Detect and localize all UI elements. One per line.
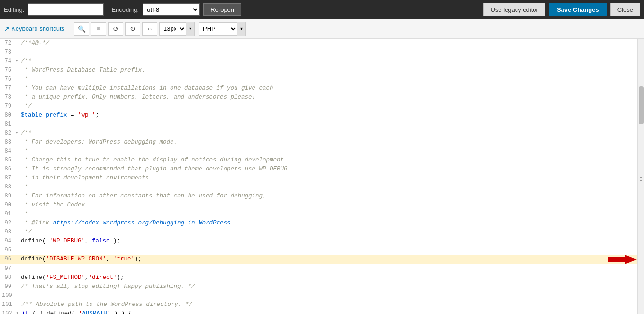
scrollbar-thumb[interactable] — [639, 86, 644, 124]
table-row: 81 — [0, 120, 637, 129]
table-row: 86 * It is strongly recommended that plu… — [0, 165, 637, 174]
table-row: 79 */ — [0, 102, 637, 111]
line-number: 90 — [0, 201, 15, 209]
undo-button[interactable]: ↺ — [108, 22, 123, 36]
table-row: 95 — [0, 246, 637, 255]
line-code: */ — [21, 228, 637, 237]
line-code: /** — [21, 57, 637, 66]
line-code: * For information on other constants tha… — [21, 192, 637, 201]
line-code: * — [21, 210, 637, 219]
keyboard-shortcuts-link[interactable]: ↗ Keyboard shortcuts — [4, 25, 64, 33]
code-editor[interactable]: 72/**#@-*/7374▾/**75 * WordPress Databas… — [0, 39, 637, 314]
line-code: * — [21, 183, 637, 192]
line-code: define('DISABLE_WP_CRON', 'true'); — [21, 255, 605, 264]
line-code: $table_prefix = 'wp_'; — [21, 111, 637, 120]
editing-input[interactable] — [28, 3, 104, 16]
fold-arrow[interactable]: ▾ — [15, 57, 21, 65]
line-code: /** — [21, 129, 637, 138]
line-number: 98 — [0, 273, 15, 282]
reopen-button[interactable]: Re-open — [203, 3, 241, 16]
line-code: * — [21, 147, 637, 156]
line-number: 95 — [0, 246, 15, 254]
line-number: 100 — [0, 291, 16, 300]
line-code: /**#@-*/ — [21, 39, 637, 48]
table-row: 102▾if ( ! defined( 'ABSPATH' ) ) { — [0, 309, 637, 314]
line-number: 94 — [0, 237, 15, 245]
table-row: 93 */ — [0, 228, 637, 237]
encoding-label: Encoding: — [111, 6, 139, 13]
language-dropdown-arrow[interactable]: ▾ — [237, 22, 245, 36]
search-button[interactable]: 🔍 — [74, 22, 89, 36]
table-row: 88 * — [0, 183, 637, 192]
redo-button[interactable]: ↻ — [125, 22, 140, 36]
table-row: 100 — [0, 291, 637, 300]
font-size-dropdown-arrow[interactable]: ▾ — [186, 22, 194, 36]
line-number: 79 — [0, 102, 15, 110]
save-changes-button[interactable]: Save Changes — [549, 3, 607, 16]
line-number: 97 — [0, 264, 15, 273]
svg-marker-0 — [608, 255, 637, 264]
table-row: 75 * WordPress Database Table prefix. — [0, 66, 637, 75]
line-number: 87 — [0, 174, 15, 182]
table-row: 91 * — [0, 210, 637, 219]
wrap-button[interactable]: ↔ — [142, 22, 157, 36]
table-row: 99/* That's all, stop editing! Happy pub… — [0, 282, 637, 291]
encoding-select[interactable]: utf-8 — [143, 3, 200, 16]
table-row: 85 * Change this to true to enable the d… — [0, 156, 637, 165]
line-code: * @link https://codex.wordpress.org/Debu… — [21, 219, 637, 228]
language-control: PHP JavaScript CSS HTML ▾ — [199, 22, 246, 36]
line-number: 78 — [0, 93, 15, 101]
line-number: 86 — [0, 165, 15, 173]
line-number: 101 — [0, 300, 16, 309]
terminal-button[interactable]: ⌨ — [91, 22, 106, 36]
line-number: 73 — [0, 48, 15, 56]
scrollbar-dots — [639, 177, 644, 181]
line-number: 93 — [0, 228, 15, 236]
secondary-toolbar: ↗ Keyboard shortcuts 🔍 ⌨ ↺ ↻ ↔ 13px 11px… — [0, 19, 644, 39]
line-code: * It is strongly recommended that plugin… — [21, 165, 637, 174]
line-code: * WordPress Database Table prefix. — [21, 66, 637, 75]
line-code: /** Absolute path to the WordPress direc… — [22, 300, 637, 309]
table-row: 92 * @link https://codex.wordpress.org/D… — [0, 219, 637, 228]
scrollbar[interactable] — [637, 39, 644, 314]
line-number: 92 — [0, 219, 15, 227]
use-legacy-editor-button[interactable]: Use legacy editor — [483, 3, 545, 16]
line-code: * For developers: WordPress debugging mo… — [21, 138, 637, 147]
table-row: 89 * For information on other constants … — [0, 192, 637, 201]
wrap-icon: ↔ — [146, 25, 153, 33]
table-row: 83 * For developers: WordPress debugging… — [0, 138, 637, 147]
line-code: * — [21, 75, 637, 84]
line-number: 85 — [0, 156, 15, 164]
editing-label: Editing: — [4, 6, 24, 13]
line-number: 84 — [0, 147, 15, 155]
line-number: 72 — [0, 39, 15, 47]
close-button[interactable]: Close — [610, 3, 640, 16]
line-number: 99 — [0, 282, 15, 291]
search-icon: 🔍 — [78, 25, 86, 33]
table-row: 90 * visit the Codex. — [0, 201, 637, 210]
line-code: */ — [21, 102, 637, 111]
table-row: 96define('DISABLE_WP_CRON', 'true'); — [0, 255, 637, 264]
table-row: 82▾/** — [0, 129, 637, 138]
line-number: 77 — [0, 84, 15, 92]
line-code: * Change this to true to enable the disp… — [21, 156, 637, 165]
table-row: 101/** Absolute path to the WordPress di… — [0, 300, 637, 309]
line-number: 89 — [0, 192, 15, 200]
font-size-select[interactable]: 13px 11px 12px 14px 16px — [160, 23, 186, 35]
table-row: 87 * in their development environments. — [0, 174, 637, 183]
table-row: 77 * You can have multiple installations… — [0, 84, 637, 93]
table-row: 98define('FS_METHOD','direct'); — [0, 273, 637, 282]
table-row: 84 * — [0, 147, 637, 156]
external-link-icon: ↗ — [4, 25, 9, 33]
terminal-icon: ⌨ — [97, 26, 100, 32]
line-number: 91 — [0, 210, 15, 218]
line-code: define('FS_METHOD','direct'); — [21, 273, 637, 282]
table-row: 72/**#@-*/ — [0, 39, 637, 48]
line-number: 88 — [0, 183, 15, 191]
table-row: 94define( 'WP_DEBUG', false ); — [0, 237, 637, 246]
language-select[interactable]: PHP JavaScript CSS HTML — [199, 23, 237, 35]
redo-icon: ↻ — [130, 25, 136, 33]
fold-arrow[interactable]: ▾ — [16, 309, 22, 314]
fold-arrow[interactable]: ▾ — [15, 129, 21, 137]
keyboard-shortcuts-label: Keyboard shortcuts — [11, 25, 64, 32]
